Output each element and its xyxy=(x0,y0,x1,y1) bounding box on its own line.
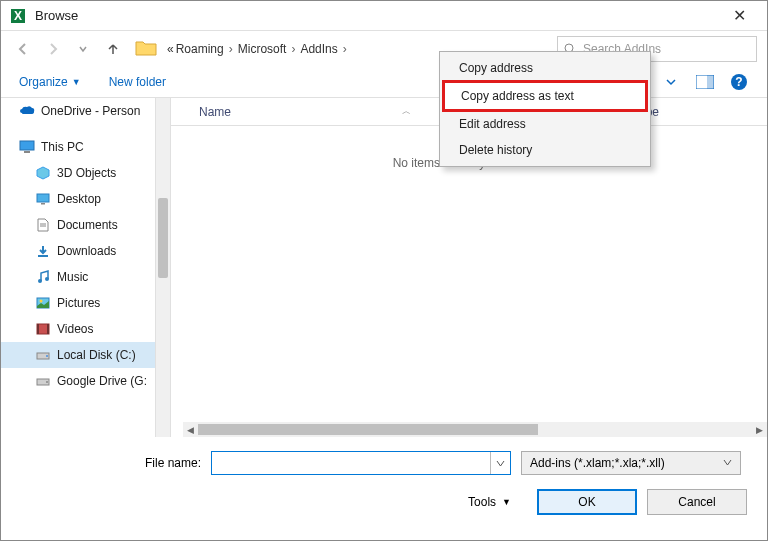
ctx-copy-address[interactable]: Copy address xyxy=(443,55,647,81)
chevron-down-icon: ▼ xyxy=(502,497,511,507)
sidebar-scrollbar[interactable] xyxy=(155,98,170,437)
address-bar-context-menu: Copy address Copy address as text Edit a… xyxy=(439,51,651,167)
bottom-panel: File name: Add-ins (*.xlam;*.xla;*.xll) … xyxy=(1,437,767,527)
svg-rect-21 xyxy=(47,324,49,334)
folder-icon xyxy=(135,39,157,60)
breadcrumb-prefix: « xyxy=(167,42,174,56)
back-button[interactable] xyxy=(11,37,35,61)
downloads-icon xyxy=(35,243,51,259)
excel-icon: X xyxy=(9,7,27,25)
svg-rect-9 xyxy=(24,151,30,153)
toolbar: Organize ▼ New folder ? xyxy=(1,67,767,97)
tree-item-downloads[interactable]: Downloads xyxy=(1,238,170,264)
svg-point-15 xyxy=(38,279,42,283)
tree-item-3d-objects[interactable]: 3D Objects xyxy=(1,160,170,186)
recent-dropdown[interactable] xyxy=(71,37,95,61)
drive-icon xyxy=(35,373,51,389)
preview-pane-button[interactable] xyxy=(695,72,715,92)
filename-label: File name: xyxy=(21,456,201,470)
breadcrumb-part[interactable]: AddIns xyxy=(300,42,337,56)
svg-point-25 xyxy=(46,381,48,383)
chevron-right-icon: › xyxy=(288,42,298,56)
new-folder-button[interactable]: New folder xyxy=(109,75,166,89)
ctx-delete-history[interactable]: Delete history xyxy=(443,137,647,163)
videos-icon xyxy=(35,321,51,337)
tree-item-google-drive[interactable]: Google Drive (G: xyxy=(1,368,170,394)
filename-dropdown-arrow[interactable] xyxy=(490,452,510,474)
scroll-right-arrow[interactable]: ▶ xyxy=(752,422,767,437)
svg-rect-8 xyxy=(20,141,34,150)
view-dropdown[interactable] xyxy=(661,72,681,92)
nav-bar: « Roaming › Microsoft › AddIns › Search … xyxy=(1,31,767,67)
svg-rect-20 xyxy=(37,324,39,334)
title-bar: X Browse ✕ xyxy=(1,1,767,31)
chevron-right-icon: › xyxy=(340,42,350,56)
close-button[interactable]: ✕ xyxy=(719,6,759,25)
tree-item-pictures[interactable]: Pictures xyxy=(1,290,170,316)
file-type-filter[interactable]: Add-ins (*.xlam;*.xla;*.xll) xyxy=(521,451,741,475)
svg-point-23 xyxy=(46,355,48,357)
dialog-title: Browse xyxy=(35,8,719,23)
svg-rect-5 xyxy=(707,75,714,89)
forward-button[interactable] xyxy=(41,37,65,61)
desktop-icon xyxy=(35,191,51,207)
svg-rect-11 xyxy=(41,203,45,205)
ctx-copy-address-as-text[interactable]: Copy address as text xyxy=(442,80,648,112)
up-button[interactable] xyxy=(101,37,125,61)
filename-input[interactable] xyxy=(212,452,490,474)
chevron-right-icon: › xyxy=(226,42,236,56)
onedrive-icon xyxy=(19,103,35,119)
help-button[interactable]: ? xyxy=(729,72,749,92)
column-header-name[interactable]: Name ︿ xyxy=(171,105,471,119)
documents-icon xyxy=(35,217,51,233)
scrollbar-thumb[interactable] xyxy=(198,424,538,435)
pictures-icon xyxy=(35,295,51,311)
svg-text:?: ? xyxy=(735,75,742,89)
svg-point-16 xyxy=(45,277,49,281)
svg-rect-10 xyxy=(37,194,49,202)
tree-item-videos[interactable]: Videos xyxy=(1,316,170,342)
svg-text:X: X xyxy=(14,9,22,23)
file-browse-dialog: X Browse ✕ « Roaming › Microsoft › AddIn… xyxy=(0,0,768,541)
horizontal-scrollbar[interactable]: ◀ ▶ xyxy=(183,422,767,437)
organize-menu[interactable]: Organize ▼ xyxy=(19,75,81,89)
scrollbar-thumb[interactable] xyxy=(158,198,168,278)
scroll-left-arrow[interactable]: ◀ xyxy=(183,422,198,437)
cancel-button[interactable]: Cancel xyxy=(647,489,747,515)
sort-indicator-icon: ︿ xyxy=(402,105,411,118)
tools-menu[interactable]: Tools ▼ xyxy=(468,495,511,509)
tree-item-documents[interactable]: Documents xyxy=(1,212,170,238)
ok-button[interactable]: OK xyxy=(537,489,637,515)
tree-item-music[interactable]: Music xyxy=(1,264,170,290)
tree-item-desktop[interactable]: Desktop xyxy=(1,186,170,212)
breadcrumb-part[interactable]: Roaming xyxy=(176,42,224,56)
music-icon xyxy=(35,269,51,285)
ctx-edit-address[interactable]: Edit address xyxy=(443,111,647,137)
breadcrumb-part[interactable]: Microsoft xyxy=(238,42,287,56)
drive-icon xyxy=(35,347,51,363)
filename-combobox[interactable] xyxy=(211,451,511,475)
navigation-tree: OneDrive - Person This PC 3D Objects Des… xyxy=(1,98,171,437)
chevron-down-icon: ▼ xyxy=(72,77,81,87)
chevron-down-icon xyxy=(723,456,732,470)
this-pc-icon xyxy=(19,139,35,155)
tree-item-onedrive[interactable]: OneDrive - Person xyxy=(1,98,170,124)
tree-item-thispc[interactable]: This PC xyxy=(1,134,170,160)
tree-item-local-disk-c[interactable]: Local Disk (C:) xyxy=(1,342,170,368)
svg-point-18 xyxy=(40,300,43,303)
3d-objects-icon xyxy=(35,165,51,181)
